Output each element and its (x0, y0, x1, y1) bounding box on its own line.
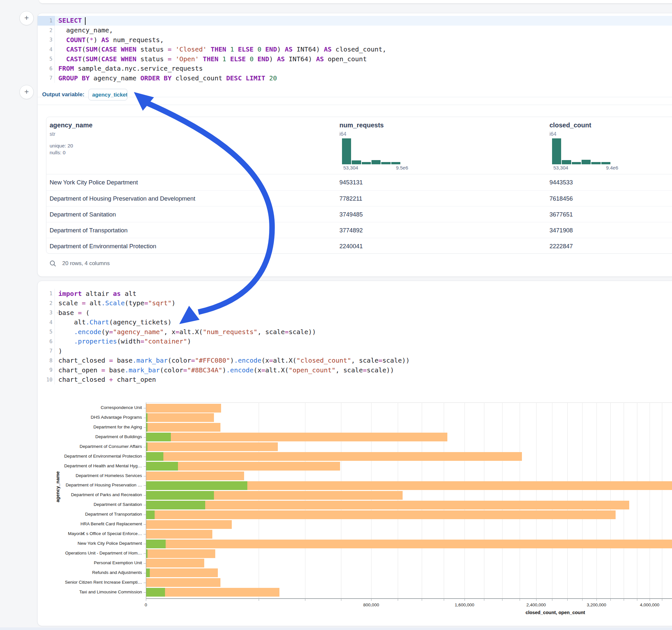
code-line[interactable]: 4 alt.Chart(agency_tickets) (38, 318, 672, 327)
code-token: CAST (66, 55, 82, 63)
table-row[interactable]: Department of Housing Preservation and D… (46, 190, 672, 207)
y-axis-label: Operations Unit - Department of Hom… (38, 551, 142, 555)
gridline (582, 403, 582, 598)
column-header[interactable]: num_requestsi64 (339, 117, 384, 137)
line-number-text: 7 (49, 348, 52, 354)
x-axis-tick-label: 0 (145, 602, 147, 607)
column-header[interactable]: agency_namestrunique: 20nulls: 0 (50, 117, 92, 156)
code-line[interactable]: 7GROUP BY agency_name ORDER BY closed_co… (38, 73, 672, 83)
code-token: scale)) (289, 328, 316, 336)
code-text: chart_open = base.mark_bar(color="#8BC34… (55, 366, 394, 374)
column-stat: unique: 20 (50, 142, 92, 149)
code-token: 0 (257, 45, 261, 53)
x-axis-tick (502, 599, 502, 601)
table-row[interactable]: New York City Police Department945313194… (46, 174, 672, 190)
table-cell: 3471908 (549, 222, 573, 238)
code-line[interactable]: 10chart_closed + chart_open (38, 375, 672, 385)
search-icon[interactable] (49, 260, 56, 267)
line-number: 10 (38, 375, 55, 385)
output-variable-input[interactable]: agency_tickets (89, 89, 127, 100)
table-cell: 9443533 (549, 174, 573, 190)
add-cell-button-top[interactable]: + (20, 11, 34, 25)
gridline (552, 403, 552, 598)
code-line[interactable]: 3⌄base = ( (38, 308, 672, 318)
code-token: base (113, 357, 133, 364)
code-line[interactable]: 6 .properties(width="container") (38, 337, 672, 346)
python-cell: 1import altair as alt2scale = alt.Scale(… (37, 281, 672, 626)
histogram-bar (391, 162, 400, 164)
code-token: .mark_bar (125, 366, 160, 374)
code-token: AS (101, 36, 109, 44)
y-axis-line (146, 403, 146, 598)
code-text: SELECT (55, 17, 86, 25)
code-token: status (137, 55, 168, 63)
line-number-text: 6 (49, 66, 52, 72)
line-number: 4 (38, 45, 55, 54)
code-line[interactable]: 3 COUNT(*) AS num_requests, (38, 35, 672, 45)
sql-code-editor[interactable]: 1⌄SELECT2 agency_name,3 COUNT(*) AS num_… (38, 13, 672, 87)
code-token (242, 74, 246, 82)
column-name: num_requests (339, 122, 384, 129)
code-token: ) (187, 337, 191, 345)
code-token (293, 45, 296, 53)
add-cell-button-output[interactable]: + (20, 85, 34, 99)
y-axis-tick (144, 495, 146, 495)
code-token: (type (125, 299, 144, 307)
table-row[interactable]: Department of Transportation377489234719… (46, 222, 672, 238)
code-line[interactable]: 8chart_closed = base.mark_bar(color="#FF… (38, 356, 672, 366)
output-variable-row: Output variable: agency_tickets (38, 84, 672, 105)
code-line[interactable]: 7) (38, 346, 672, 356)
x-axis-tick (597, 599, 597, 601)
histogram-min-label: 53,304 (553, 165, 568, 170)
python-code-editor[interactable]: 1import altair as alt2scale = alt.Scale(… (38, 281, 672, 394)
code-token: base (58, 309, 78, 317)
bar-closed (146, 413, 214, 422)
gridline (520, 403, 520, 598)
y-axis-tick (144, 505, 146, 505)
code-line[interactable]: 5 CAST(SUM(CASE WHEN status = 'Open' THE… (38, 54, 672, 64)
code-token: import (58, 290, 82, 297)
fold-chevron-icon[interactable]: ⌄ (56, 310, 59, 314)
code-token: (color (160, 366, 183, 374)
line-number: 1⌄ (38, 16, 55, 26)
code-token: .Chart (86, 318, 109, 326)
x-axis-tick (371, 599, 371, 601)
line-number-text: 9 (49, 367, 52, 373)
y-axis-tick (144, 408, 146, 408)
code-token: (color (168, 357, 191, 364)
code-line[interactable]: 9chart_open = base.mark_bar(color="#8BC3… (38, 365, 672, 375)
y-axis-label: Department of Buildings (38, 434, 142, 439)
code-token: ) (316, 45, 324, 53)
y-axis-label: DHS Advantage Programs (38, 415, 142, 420)
code-text: CAST(SUM(CASE WHEN status = 'Open' THEN … (55, 55, 367, 63)
fold-chevron-icon[interactable]: ⌄ (56, 18, 59, 22)
code-token: alt (121, 290, 137, 297)
column-header[interactable]: closed_counti64 (549, 117, 591, 137)
code-line[interactable]: 6FROM sample_data.nyc.service_requests (38, 64, 672, 74)
line-number-text: 10 (46, 377, 52, 383)
x-axis-tick (520, 599, 520, 601)
code-line[interactable]: 5 .encode(y="agency_name", x=alt.X("num_… (38, 327, 672, 337)
histogram-bar (552, 138, 561, 164)
table-row[interactable]: Department of Environmental Protection22… (46, 238, 672, 254)
code-token: ) (93, 36, 101, 44)
code-line[interactable]: 2 agency_name, (38, 26, 672, 35)
x-axis-tick (567, 599, 568, 601)
line-number: 5 (38, 327, 55, 337)
code-line[interactable]: 1import altair as alt (38, 289, 672, 298)
x-axis-tick (536, 599, 536, 601)
bar-closed (146, 568, 218, 577)
table-row[interactable]: Department of Sanitation37494853677651 (46, 206, 672, 222)
bar-closed (146, 423, 220, 432)
column-name: closed_count (549, 122, 591, 129)
code-token: = (78, 309, 82, 317)
histogram-bar (381, 162, 390, 164)
y-axis-tick (144, 534, 146, 534)
code-token: = (140, 337, 144, 345)
x-axis-tick (398, 599, 398, 601)
code-line[interactable]: 2scale = alt.Scale(type="sqrt") (38, 298, 672, 308)
code-line[interactable]: 4 CAST(SUM(CASE WHEN status = 'Closed' T… (38, 45, 672, 54)
y-axis-label: Department of Environmental Protection (38, 454, 142, 459)
x-axis-tick (662, 599, 662, 601)
code-line[interactable]: 1⌄SELECT (38, 16, 672, 26)
